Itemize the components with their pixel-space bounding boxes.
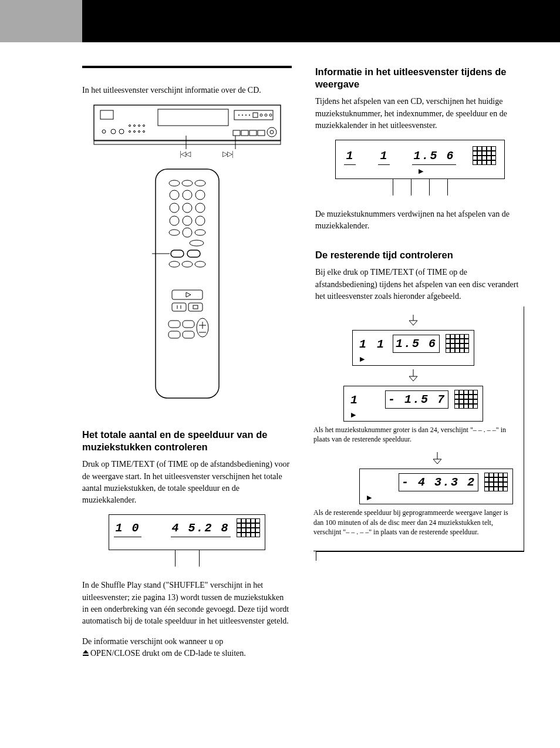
svg-rect-50 bbox=[171, 250, 184, 257]
page-content: In het uitleesvenster verschijnt informa… bbox=[0, 42, 560, 703]
note-gt100min: Als de resterende speelduur bij geprogra… bbox=[313, 508, 513, 537]
lcd-play-index: 1 bbox=[378, 147, 390, 165]
header-bar bbox=[0, 0, 560, 42]
lcd-total-tracks: 1 0 bbox=[114, 520, 141, 537]
play-indicator-icon: ▶ bbox=[367, 493, 508, 503]
header-black-block bbox=[82, 0, 560, 42]
svg-rect-57 bbox=[172, 303, 186, 311]
lcd-r2-track: 1 bbox=[349, 392, 360, 409]
svg-point-48 bbox=[190, 240, 204, 246]
remaining-time-flow: 1 1 1.5 6 ▶ 1 bbox=[315, 311, 525, 561]
svg-point-6 bbox=[129, 125, 130, 127]
lcd-r1-time: 1.5 6 bbox=[393, 335, 440, 353]
paragraph-openclose: De informatie verschijnt ook wanneer u o… bbox=[82, 636, 292, 660]
svg-marker-71 bbox=[409, 376, 417, 381]
section-rule bbox=[82, 66, 292, 68]
svg-point-8 bbox=[138, 125, 140, 127]
right-column: Informatie in het uitleesvenster tijdens… bbox=[315, 66, 525, 668]
intro-text: In het uitleesvenster verschijnt informa… bbox=[82, 85, 292, 96]
svg-point-52 bbox=[169, 261, 180, 267]
paragraph-remaining: Bij elke druk op TIME/TEXT (of TIME op d… bbox=[315, 267, 525, 302]
play-indicator-icon: ▶ bbox=[360, 355, 469, 364]
heading-total: Het totale aantal en de speelduur van de… bbox=[82, 429, 292, 453]
svg-point-47 bbox=[195, 230, 205, 235]
svg-point-45 bbox=[169, 230, 180, 235]
lcd-r2-time: - 1.5 7 bbox=[385, 390, 448, 409]
cd-player-illustration: |◁◁ ▷▷| bbox=[93, 105, 281, 159]
svg-rect-62 bbox=[168, 321, 180, 328]
svg-rect-26 bbox=[249, 130, 257, 136]
svg-point-7 bbox=[133, 125, 135, 127]
svg-rect-27 bbox=[258, 130, 265, 136]
lcd-playback: 1 1 1.5 6 ▶ bbox=[315, 140, 525, 196]
svg-point-18 bbox=[245, 114, 247, 116]
svg-point-10 bbox=[129, 131, 130, 133]
paragraph-info: Tijdens het afspelen van een CD, verschi… bbox=[315, 96, 525, 132]
svg-point-34 bbox=[182, 180, 193, 186]
svg-point-43 bbox=[183, 216, 192, 225]
svg-point-54 bbox=[195, 261, 205, 267]
svg-rect-14 bbox=[158, 109, 228, 126]
music-calendar-grid bbox=[237, 518, 260, 537]
svg-point-38 bbox=[195, 190, 205, 200]
svg-point-13 bbox=[143, 131, 144, 133]
paragraph-shuffle: In de Shuffle Play stand ("SHUFFLE" vers… bbox=[82, 579, 292, 627]
lcd-play-track: 1 bbox=[344, 147, 356, 165]
play-indicator-icon: ▶ bbox=[346, 167, 495, 176]
svg-point-36 bbox=[170, 190, 179, 200]
music-calendar-grid bbox=[454, 390, 478, 409]
lcd-total-time: 4 5.2 8 bbox=[171, 520, 231, 537]
svg-point-28 bbox=[267, 127, 276, 137]
svg-rect-60 bbox=[188, 303, 203, 311]
svg-point-41 bbox=[195, 203, 205, 213]
svg-point-39 bbox=[170, 203, 179, 213]
eject-icon bbox=[82, 650, 89, 656]
svg-rect-51 bbox=[187, 250, 200, 257]
lcd-play-time: 1.5 6 bbox=[412, 147, 456, 165]
paragraph-total: Druk op TIME/TEXT (of TIME op de afstand… bbox=[82, 459, 292, 506]
svg-marker-72 bbox=[433, 459, 441, 464]
svg-point-44 bbox=[195, 216, 205, 225]
skip-prev-icon: |◁◁ bbox=[180, 149, 190, 159]
svg-point-22 bbox=[265, 114, 267, 116]
svg-point-17 bbox=[242, 114, 243, 116]
svg-point-23 bbox=[269, 114, 272, 116]
svg-point-12 bbox=[138, 131, 140, 133]
play-indicator-icon: ▶ bbox=[351, 410, 478, 420]
svg-rect-20 bbox=[253, 113, 258, 117]
svg-point-21 bbox=[260, 114, 262, 116]
svg-point-11 bbox=[133, 131, 135, 133]
header-grey-block bbox=[0, 0, 82, 42]
left-column: In het uitleesvenster verschijnt informa… bbox=[82, 66, 292, 668]
svg-point-4 bbox=[111, 129, 116, 134]
svg-point-40 bbox=[183, 203, 192, 213]
skip-next-icon: ▷▷| bbox=[222, 149, 232, 159]
svg-rect-25 bbox=[241, 130, 248, 136]
svg-point-5 bbox=[119, 129, 124, 134]
svg-rect-63 bbox=[183, 321, 194, 328]
svg-point-29 bbox=[270, 130, 274, 134]
svg-marker-56 bbox=[186, 292, 191, 297]
heading-info: Informatie in het uitleesvenster tijdens… bbox=[315, 66, 525, 90]
svg-rect-2 bbox=[100, 110, 113, 119]
music-calendar-grid bbox=[484, 473, 508, 491]
flow-return-line bbox=[316, 551, 524, 561]
svg-marker-70 bbox=[409, 321, 417, 325]
svg-point-33 bbox=[169, 180, 180, 186]
lcd-total: 1 0 4 5.2 8 bbox=[82, 514, 292, 567]
svg-point-19 bbox=[249, 114, 250, 116]
music-calendar-grid bbox=[473, 146, 496, 165]
svg-point-37 bbox=[183, 190, 192, 200]
svg-rect-69 bbox=[183, 331, 194, 338]
svg-point-53 bbox=[182, 261, 193, 267]
remote-illustration bbox=[82, 167, 292, 405]
svg-point-42 bbox=[170, 216, 179, 225]
svg-point-9 bbox=[143, 125, 144, 127]
lcd-r1-index: 1 bbox=[375, 336, 387, 353]
lcd-r3-time: - 4 3.3 2 bbox=[399, 473, 478, 491]
lcd-r1-track: 1 bbox=[357, 336, 369, 353]
svg-point-35 bbox=[195, 180, 205, 186]
svg-rect-61 bbox=[193, 305, 198, 309]
heading-remaining: De resterende tijd controleren bbox=[315, 249, 525, 261]
paragraph-disappear: De muziekstuknummers verdwijnen na het a… bbox=[315, 208, 525, 233]
